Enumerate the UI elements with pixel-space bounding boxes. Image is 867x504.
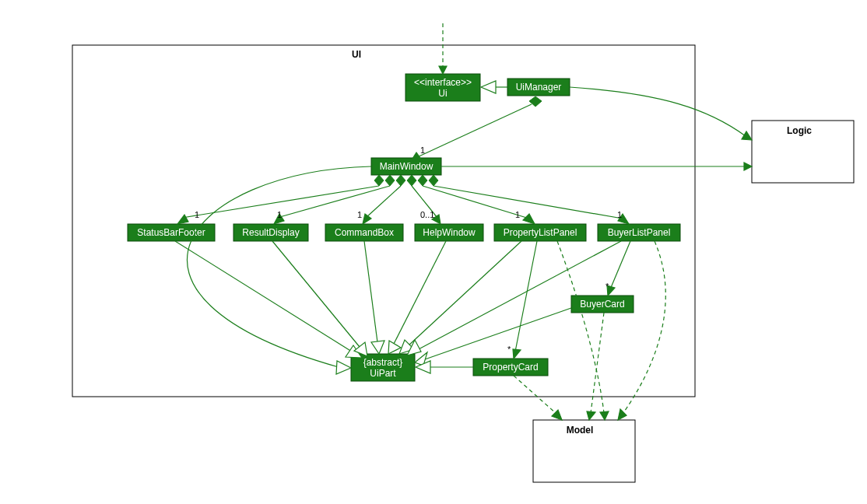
node-propcard: PropertyCard [473, 359, 548, 376]
buyerlist-name: BuyerListPanel [608, 227, 671, 238]
edge-mw-buyerlist [434, 186, 623, 219]
diamond-mw-1 [374, 175, 384, 186]
arrow-buyerlist-model [618, 409, 627, 420]
edge-mainwindow-uipart [187, 166, 371, 367]
diamond-mw-2 [385, 175, 395, 186]
buyercard-name: BuyerCard [580, 299, 624, 310]
edge-proplist-uipart [408, 241, 521, 346]
mult-resultdisp: 1 [277, 210, 282, 219]
edge-commandbox-uipart [364, 241, 377, 342]
diamond-mw-4 [407, 175, 416, 186]
edge-mw-commandbox [366, 186, 401, 218]
tri-mainwindow-uipart [336, 361, 351, 374]
edge-propcard-model [514, 376, 556, 414]
resultdisp-name: ResultDisplay [242, 227, 299, 238]
ui-stereo: <<interface>> [414, 77, 472, 88]
arrow-mainwindow-logic [744, 163, 752, 170]
arrow-mw-commandbox [363, 214, 371, 224]
mult-commandbox: 1 [357, 210, 362, 219]
tri-commandbox-uipart [371, 341, 384, 354]
arrow-proplist-propcard [513, 349, 521, 359]
diamond-mw-6 [429, 175, 438, 186]
commandbox-name: CommandBox [335, 227, 394, 238]
arrow-uimanager-impl-ui [481, 81, 496, 93]
arrow-external-to-ui [439, 66, 447, 74]
uml-diagram: UI Logic Model <<interface>> Ui UiManage… [0, 0, 867, 504]
uimanager-name: UiManager [516, 82, 562, 93]
mult-buyercard: * [605, 282, 609, 291]
arrow-propcard-model [552, 410, 562, 420]
propcard-name: PropertyCard [483, 362, 538, 373]
mult-helpwindow: 0..1 [420, 210, 434, 219]
node-uimanager: UiManager [507, 79, 570, 96]
mult-mainwindow: 1 [420, 145, 425, 155]
diamond-mw-3 [396, 175, 405, 186]
diamond-mw-5 [418, 175, 427, 186]
mult-statusbar: 1 [195, 210, 199, 219]
node-ui-interface: <<interface>> Ui [405, 74, 480, 101]
node-resultdisp: ResultDisplay [233, 224, 308, 241]
logic-label: Logic [787, 125, 812, 136]
helpwindow-name: HelpWindow [423, 227, 476, 238]
edge-mw-proplist [423, 186, 529, 219]
node-proplist: PropertyListPanel [494, 224, 586, 241]
uipart-stereo: {abstract} [363, 357, 403, 368]
edge-proplist-model [557, 241, 604, 413]
statusbar-name: StatusBarFooter [137, 227, 205, 238]
arrow-mw-proplist [523, 214, 535, 224]
node-mainwindow: MainWindow [371, 158, 441, 175]
arrow-proplist-model [600, 411, 609, 420]
edge-resultdisp-uipart [272, 241, 360, 347]
node-buyerlist: BuyerListPanel [598, 224, 680, 241]
edge-mw-resultdisp [277, 186, 390, 218]
package-title: UI [352, 49, 361, 60]
mult-propcard: * [507, 345, 511, 354]
model-label: Model [567, 425, 594, 436]
package-ui [72, 45, 695, 397]
uipart-name: UiPart [370, 368, 396, 379]
node-statusbar: StatusBarFooter [128, 224, 215, 241]
edge-uimanager-mainwindow [416, 104, 532, 158]
diamond-uimanager [529, 96, 542, 107]
arrow-mw-statusbar [177, 215, 188, 224]
node-commandbox: CommandBox [325, 224, 403, 241]
proplist-name: PropertyListPanel [504, 227, 577, 238]
node-helpwindow: HelpWindow [415, 224, 483, 241]
mainwindow-name: MainWindow [380, 161, 434, 172]
edge-uimanager-to-logic [570, 87, 746, 136]
edge-helpwindow-uipart [394, 241, 446, 344]
mult-proplist: 1 [515, 210, 520, 219]
ui-name: Ui [438, 88, 447, 99]
arrow-uimanager-to-logic [742, 131, 752, 140]
edge-buyerlist-buyercard [610, 241, 630, 289]
edge-buyerlist-model [623, 241, 665, 414]
arrow-buyercard-model [587, 411, 595, 420]
mult-buyerlist: 1 [617, 210, 622, 219]
